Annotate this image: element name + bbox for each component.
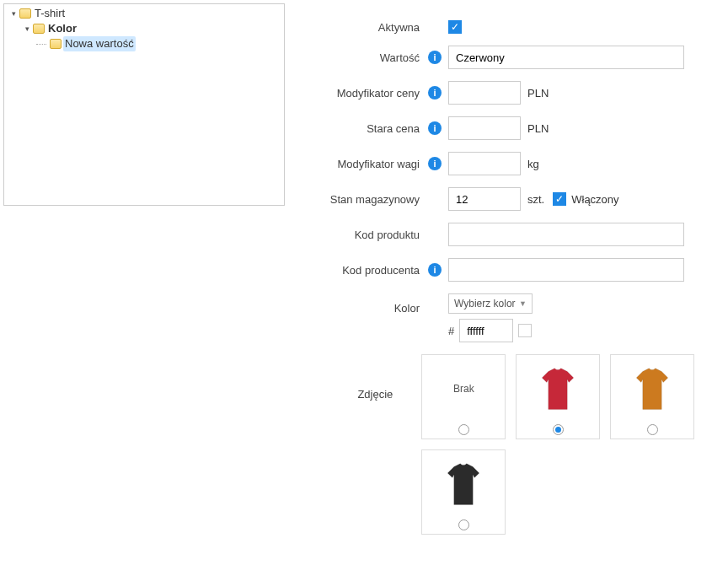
image-options: Brak (421, 354, 699, 535)
image-radio[interactable] (647, 424, 658, 435)
tree-item-attr[interactable]: ▾ Kolor (23, 21, 279, 36)
image-radio[interactable] (458, 519, 469, 530)
hash-label: # (448, 325, 454, 337)
label-price-mod: Modyfikator ceny (310, 87, 428, 100)
info-icon[interactable]: i (428, 86, 442, 100)
image-option[interactable] (610, 354, 694, 439)
stock-enabled-checkbox[interactable] (553, 192, 566, 206)
image-option[interactable] (421, 449, 506, 535)
active-checkbox[interactable] (448, 20, 462, 34)
unit-pln: PLN (527, 87, 549, 100)
color-hex-input[interactable] (459, 319, 513, 342)
folder-icon (19, 8, 31, 19)
stock-input[interactable] (448, 187, 521, 211)
tshirt-thumbnail (519, 358, 597, 419)
label-weight-mod: Modyfikator wagi (310, 158, 428, 170)
tshirt-thumbnail (613, 358, 691, 419)
label-stock: Stan magazynowy (310, 193, 428, 206)
label-product-code: Kod produktu (310, 229, 428, 241)
tree-item-tshirt[interactable]: ▾ T-shirt (9, 6, 279, 21)
tree-connector (36, 44, 46, 45)
tree-toggle-icon[interactable]: ▾ (9, 9, 18, 18)
chevron-down-icon: ▼ (519, 299, 527, 308)
attribute-form: Aktywna Wartość i Modyfikator ceny i PLN… (302, 3, 725, 555)
image-radio[interactable] (553, 424, 564, 435)
label-active: Aktywna (310, 21, 428, 34)
unit-pln: PLN (527, 122, 549, 135)
info-icon[interactable]: i (428, 121, 442, 135)
value-input[interactable] (448, 46, 684, 69)
info-icon[interactable]: i (428, 157, 442, 170)
label-old-price: Stara cena (310, 122, 428, 135)
product-code-input[interactable] (448, 223, 684, 246)
attribute-tree: ▾ T-shirt ▾ Kolor Nowa wartość (3, 3, 285, 206)
tree-item-label: T-shirt (33, 6, 67, 21)
color-swatch[interactable] (518, 324, 532, 337)
image-none: Brak (425, 358, 502, 419)
tree-toggle-icon[interactable]: ▾ (23, 24, 31, 33)
info-icon[interactable]: i (428, 51, 442, 64)
tshirt-thumbnail (425, 454, 502, 514)
unit-szt: szt. (527, 193, 544, 206)
tree-item-value[interactable]: Nowa wartość (36, 36, 279, 51)
info-icon[interactable]: i (428, 263, 442, 277)
tree-item-label: Nowa wartość (63, 36, 136, 51)
image-radio[interactable] (458, 424, 469, 435)
stock-enabled-label: Włączony (571, 193, 618, 206)
manufacturer-code-input[interactable] (448, 258, 684, 282)
folder-icon (50, 39, 62, 49)
label-manufacturer-code: Kod producenta (310, 264, 428, 277)
unit-kg: kg (527, 158, 539, 170)
label-color: Kolor (310, 293, 428, 315)
color-select-placeholder: Wybierz kolor (454, 298, 516, 309)
folder-icon (33, 24, 45, 34)
price-mod-input[interactable] (448, 81, 521, 105)
label-value: Wartość (310, 51, 428, 64)
color-select[interactable]: Wybierz kolor ▼ (448, 293, 533, 314)
label-image: Zdjęcie (310, 354, 401, 401)
image-option[interactable] (516, 354, 600, 439)
image-option[interactable]: Brak (421, 354, 506, 439)
tree-item-label: Kolor (46, 21, 78, 36)
weight-mod-input[interactable] (448, 152, 521, 175)
old-price-input[interactable] (448, 116, 521, 140)
